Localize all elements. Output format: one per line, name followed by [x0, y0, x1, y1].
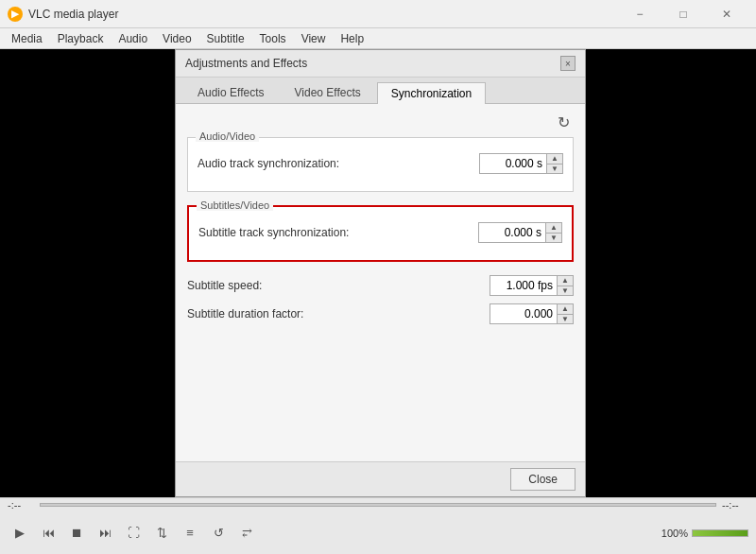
- audio-track-sync-input[interactable]: [480, 155, 546, 172]
- adjustments-dialog: Adjustments and Effects × Audio Effects …: [175, 49, 586, 497]
- volume-area: 100%: [662, 528, 748, 539]
- fullscreen-button[interactable]: ⛶: [121, 521, 146, 545]
- audio-video-legend: Audio/Video: [196, 130, 259, 142]
- controls-row: ▶ ⏮ ⏹ ⏭ ⛶ ⇅ ≡ ↺ ⥂ 100%: [0, 511, 756, 554]
- audio-track-sync-row: Audio track synchronization: ▲ ▼: [198, 153, 563, 174]
- dialog-close-icon[interactable]: ×: [560, 56, 576, 71]
- close-dialog-button[interactable]: Close: [510, 468, 576, 491]
- playlist-button[interactable]: ≡: [178, 521, 202, 545]
- subtitle-track-sync-down[interactable]: ▼: [546, 233, 561, 242]
- subtitle-duration-input-wrap: ▲ ▼: [490, 303, 574, 324]
- time-end: --:--: [722, 499, 748, 511]
- subtitle-duration-label: Subtitle duration factor:: [187, 307, 303, 320]
- menu-bar: Media Playback Audio Video Subtitle Tool…: [0, 28, 756, 49]
- progress-bar-row: -:-- --:--: [0, 498, 756, 511]
- audio-track-sync-label: Audio track synchronization:: [198, 157, 339, 170]
- subtitle-speed-up[interactable]: ▲: [558, 276, 573, 286]
- subtitle-duration-spinners: ▲ ▼: [557, 304, 573, 323]
- menu-video[interactable]: Video: [155, 30, 198, 47]
- video-area-right: [586, 49, 756, 497]
- menu-tools[interactable]: Tools: [252, 30, 294, 47]
- loop-button[interactable]: ↺: [206, 521, 231, 545]
- audio-track-sync-input-wrap: ▲ ▼: [479, 153, 563, 174]
- subtitle-duration-down[interactable]: ▼: [558, 314, 573, 323]
- audio-track-sync-up[interactable]: ▲: [547, 154, 562, 164]
- app-icon: ▶: [8, 7, 23, 22]
- audio-video-content: Audio track synchronization: ▲ ▼: [188, 138, 573, 191]
- dialog-footer: Close: [176, 461, 585, 496]
- volume-fill: [693, 530, 747, 536]
- volume-bar[interactable]: [692, 529, 748, 537]
- audio-track-sync-spinners: ▲ ▼: [546, 154, 562, 173]
- play-button[interactable]: ▶: [8, 521, 32, 545]
- deinterlace-button[interactable]: ⇅: [149, 521, 174, 545]
- subtitle-track-sync-up[interactable]: ▲: [546, 223, 561, 233]
- subtitle-track-sync-label: Subtitle track synchronization:: [198, 226, 349, 239]
- progress-track[interactable]: [40, 503, 716, 507]
- stop-button[interactable]: ⏹: [64, 521, 89, 545]
- window-title: VLC media player: [28, 8, 618, 21]
- video-area-left: [0, 49, 175, 497]
- menu-help[interactable]: Help: [333, 30, 371, 47]
- time-start: -:--: [8, 499, 34, 511]
- close-button[interactable]: ✕: [705, 0, 748, 28]
- bottom-bar: -:-- --:-- ▶ ⏮ ⏹ ⏭ ⛶ ⇅ ≡ ↺ ⥂ 100%: [0, 497, 756, 554]
- standalone-fields: Subtitle speed: ▲ ▼ Subtitle duration fa…: [187, 275, 574, 324]
- dialog-titlebar: Adjustments and Effects ×: [176, 50, 585, 78]
- window-controls: − □ ✕: [618, 0, 748, 28]
- tab-audio-effects[interactable]: Audio Effects: [183, 81, 279, 103]
- minimize-button[interactable]: −: [618, 0, 662, 28]
- volume-label: 100%: [662, 528, 688, 539]
- audio-video-section: Audio/Video Audio track synchronization:…: [187, 137, 574, 192]
- subtitle-speed-down[interactable]: ▼: [558, 286, 573, 295]
- subtitle-track-sync-row: Subtitle track synchronization: ▲ ▼: [198, 222, 562, 243]
- menu-media[interactable]: Media: [4, 30, 50, 47]
- menu-playback[interactable]: Playback: [50, 30, 112, 47]
- random-button[interactable]: ⥂: [234, 521, 259, 545]
- subtitles-video-section: Subtitles/Video Subtitle track synchroni…: [187, 205, 574, 262]
- menu-view[interactable]: View: [294, 30, 334, 47]
- menu-subtitle[interactable]: Subtitle: [199, 30, 252, 47]
- subtitle-duration-row: Subtitle duration factor: ▲ ▼: [187, 303, 574, 324]
- subtitle-track-sync-input[interactable]: [479, 224, 545, 241]
- subtitle-duration-up[interactable]: ▲: [558, 304, 573, 314]
- subtitle-speed-input[interactable]: [490, 277, 557, 294]
- reset-button[interactable]: ↻: [554, 112, 574, 133]
- subtitle-speed-label: Subtitle speed:: [187, 279, 262, 292]
- menu-audio[interactable]: Audio: [111, 30, 155, 47]
- dialog-title: Adjustments and Effects: [185, 57, 307, 70]
- prev-button[interactable]: ⏮: [36, 521, 60, 545]
- main-area: Adjustments and Effects × Audio Effects …: [0, 49, 756, 497]
- tab-video-effects[interactable]: Video Effects: [281, 81, 375, 103]
- tabs-bar: Audio Effects Video Effects Synchronizat…: [176, 78, 585, 104]
- subtitle-track-sync-spinners: ▲ ▼: [545, 223, 561, 242]
- subtitle-duration-input[interactable]: [490, 305, 557, 322]
- title-bar: ▶ VLC media player − □ ✕: [0, 0, 756, 28]
- maximize-button[interactable]: □: [662, 0, 705, 28]
- subtitle-speed-row: Subtitle speed: ▲ ▼: [187, 275, 574, 296]
- tab-synchronization[interactable]: Synchronization: [377, 82, 486, 104]
- subtitle-speed-spinners: ▲ ▼: [557, 276, 573, 295]
- subtitle-track-sync-input-wrap: ▲ ▼: [478, 222, 562, 243]
- subtitles-video-legend: Subtitles/Video: [197, 199, 273, 211]
- next-button[interactable]: ⏭: [93, 521, 117, 545]
- dialog-content: ↻ Audio/Video Audio track synchronizatio…: [176, 104, 585, 461]
- subtitle-speed-input-wrap: ▲ ▼: [490, 275, 574, 296]
- audio-track-sync-down[interactable]: ▼: [547, 164, 562, 173]
- subtitles-video-content: Subtitle track synchronization: ▲ ▼: [189, 207, 572, 260]
